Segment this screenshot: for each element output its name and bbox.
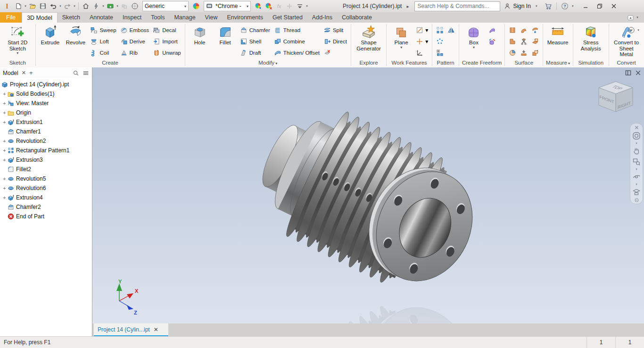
- copy-object-button[interactable]: [530, 47, 540, 58]
- rectangular-pattern-button[interactable]: [435, 25, 445, 36]
- print3d-button[interactable]: [119, 1, 130, 11]
- chevron-down-icon[interactable]: ▾: [636, 16, 639, 19]
- material-select[interactable]: Generic ▾: [142, 1, 189, 11]
- expand-icon[interactable]: +: [1, 139, 8, 144]
- chevron-down-icon[interactable]: ▾: [101, 4, 105, 8]
- chevron-down-icon[interactable]: ▾: [535, 4, 538, 8]
- restore-button[interactable]: [593, 0, 607, 12]
- close-icon[interactable]: ✕: [154, 326, 158, 333]
- panel-label-create[interactable]: Create: [36, 60, 183, 67]
- decal-button[interactable]: Decal: [151, 25, 182, 36]
- menu-icon[interactable]: [83, 70, 89, 76]
- panel-label-work-features[interactable]: Work Features: [388, 60, 431, 67]
- tab-3d-model[interactable]: 3D Model: [22, 12, 58, 23]
- rib-button[interactable]: Rib: [119, 47, 151, 58]
- clear-appearance-button[interactable]: [264, 1, 274, 11]
- trim-surface-button[interactable]: [519, 36, 529, 47]
- open-file-button[interactable]: [27, 1, 38, 11]
- pan-button[interactable]: [631, 145, 642, 156]
- expand-icon[interactable]: +: [1, 110, 8, 116]
- boundary-patch-button[interactable]: [507, 47, 518, 58]
- tree-item-revolution2[interactable]: +Revolution2: [0, 136, 92, 146]
- convert-to-freeform-button[interactable]: [487, 36, 497, 47]
- tree-item-fillet2[interactable]: Fillet2: [0, 165, 92, 174]
- combine-button[interactable]: Combine: [272, 36, 321, 47]
- customize-qat-button[interactable]: [295, 1, 305, 11]
- ribbon-collapse-button[interactable]: ▾: [627, 26, 640, 34]
- work-point-button[interactable]: ▾: [414, 36, 429, 47]
- tab-manage[interactable]: Manage: [169, 12, 200, 23]
- tab-tools[interactable]: Tools: [146, 12, 169, 23]
- tree-item-extrusion3[interactable]: +Extrusion3: [0, 155, 92, 165]
- tree-item-revolution5[interactable]: +Revolution5: [0, 174, 92, 183]
- minimize-button[interactable]: [578, 0, 593, 12]
- thicken-offset-button[interactable]: Thicken/ Offset: [272, 47, 321, 58]
- chevron-down-icon[interactable]: ▾: [58, 4, 62, 8]
- split-button[interactable]: Split: [322, 25, 348, 36]
- title-expand-arrow[interactable]: ▸: [406, 4, 409, 9]
- work-axis-button[interactable]: ▾: [414, 25, 429, 36]
- document-tab-active[interactable]: Project 14 (Cylin...ipt ✕: [94, 323, 168, 337]
- inventor-logo-icon[interactable]: I: [2, 1, 12, 11]
- tab-environments[interactable]: Environments: [222, 12, 267, 23]
- derive-button[interactable]: Derive: [119, 36, 151, 47]
- tab-sketch[interactable]: Sketch: [58, 12, 85, 23]
- chevron-down-icon[interactable]: ▾: [24, 4, 27, 8]
- circular-pattern-button[interactable]: [435, 36, 445, 47]
- tab-file[interactable]: File: [0, 12, 22, 23]
- ribbon-display-icon[interactable]: [627, 14, 634, 21]
- split-view-icon[interactable]: [625, 70, 631, 76]
- draft-button[interactable]: Draft: [239, 47, 272, 58]
- tab-collaborate[interactable]: Collaborate: [337, 12, 377, 23]
- replace-face-button[interactable]: [530, 36, 540, 47]
- adjust-appearance-button[interactable]: [253, 1, 264, 11]
- extend-surface-button[interactable]: [519, 47, 529, 58]
- look-at-button[interactable]: [631, 186, 642, 197]
- freeform-face-button[interactable]: [487, 25, 497, 36]
- hole-button[interactable]: Hole: [188, 24, 212, 46]
- add-button[interactable]: [284, 1, 295, 11]
- tab-annotate[interactable]: Annotate: [85, 12, 118, 23]
- parameters-fx-button[interactable]: fx: [274, 1, 284, 11]
- mirror-button[interactable]: [446, 25, 456, 36]
- expand-icon[interactable]: +: [1, 148, 8, 153]
- tab-view[interactable]: View: [200, 12, 223, 23]
- expand-icon[interactable]: +: [1, 101, 8, 106]
- sweep-button[interactable]: Sweep: [89, 25, 117, 36]
- measure-button[interactable]: Measure: [545, 24, 570, 46]
- corner-seam-button[interactable]: [507, 36, 518, 47]
- expand-icon[interactable]: +: [1, 157, 8, 163]
- tab-add-ins[interactable]: Add-Ins: [307, 12, 337, 23]
- tree-item-extrusion4[interactable]: +Extrusion4: [0, 193, 92, 202]
- panel-label-measure[interactable]: Measure ▾: [544, 60, 572, 67]
- material-browser-button[interactable]: [130, 1, 140, 11]
- sign-in-button[interactable]: Sign In: [504, 3, 530, 9]
- tree-item-extrusion1[interactable]: +Extrusion1: [0, 117, 92, 127]
- shape-generator-button[interactable]: Shape Generator: [354, 24, 384, 52]
- close-icon[interactable]: [635, 124, 639, 130]
- expand-icon[interactable]: +: [1, 176, 8, 182]
- view-cube[interactable]: TOP FRONT RIGHT: [593, 78, 638, 121]
- 3d-viewport[interactable]: TOP FRONT RIGHT ▾▾▾ Y X Z: [92, 67, 644, 323]
- thread-button[interactable]: Thread: [272, 25, 321, 36]
- help-icon[interactable]: ?: [560, 1, 570, 11]
- app-store-cart-icon[interactable]: [543, 1, 553, 11]
- loft-button[interactable]: Loft: [89, 36, 117, 47]
- box-button[interactable]: Box▾: [462, 24, 486, 50]
- fillet-button[interactable]: Fillet: [213, 24, 238, 46]
- panel-label-sketch[interactable]: Sketch: [1, 60, 34, 67]
- tree-item-solid-bodies-1[interactable]: +Solid Bodies(1): [0, 89, 92, 99]
- tree-item-rectangular-pattern1[interactable]: +Rectangular Pattern1: [0, 146, 92, 155]
- plane-button[interactable]: Plane▾: [389, 24, 413, 50]
- revolve-button[interactable]: Revolve: [63, 24, 88, 46]
- thicken-surface-button[interactable]: [530, 25, 540, 36]
- panel-label-create-freeform[interactable]: Create Freeform: [460, 60, 504, 67]
- chevron-down-icon[interactable]: ▾: [305, 4, 309, 8]
- undo-button[interactable]: [48, 1, 58, 11]
- navigation-wheel-button[interactable]: [631, 130, 642, 141]
- home-view-button[interactable]: [81, 1, 91, 11]
- expand-icon[interactable]: +: [1, 195, 8, 200]
- new-file-button[interactable]: [13, 1, 24, 11]
- browser-tab-model[interactable]: Model: [3, 70, 18, 76]
- select-button[interactable]: [105, 1, 116, 11]
